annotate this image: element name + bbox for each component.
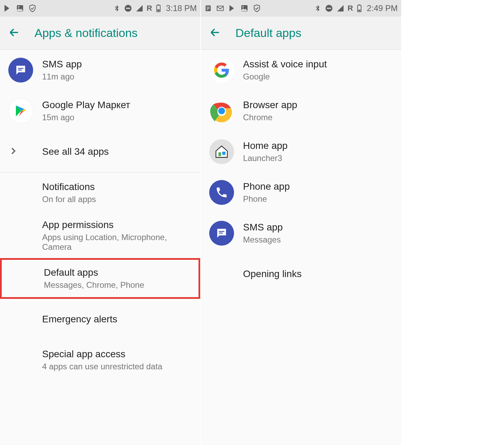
- gallery-icon: [16, 4, 24, 12]
- row-subtitle: 15m ago: [42, 113, 130, 122]
- row-title: SMS app: [42, 59, 82, 70]
- row-home-app[interactable]: Home app Launcher3: [201, 131, 401, 172]
- status-right-icons: R 2:49 PM: [314, 3, 398, 13]
- status-right-icons: R 3:18 PM: [113, 3, 197, 13]
- dnd-icon: [325, 4, 333, 12]
- row-title: Notifications: [42, 181, 96, 192]
- back-arrow-icon[interactable]: [209, 27, 221, 40]
- svg-rect-25: [222, 152, 225, 155]
- app-bar: Default apps: [201, 17, 401, 50]
- settings-list: SMS app 11m ago Google Play Маркет 15m a…: [0, 50, 200, 380]
- svg-rect-17: [327, 8, 331, 9]
- svg-point-23: [218, 107, 225, 114]
- svg-rect-10: [206, 7, 210, 7]
- row-title: Assist & voice input: [243, 59, 327, 70]
- row-default-apps[interactable]: Default apps Messages, Chrome, Phone: [0, 258, 200, 299]
- play-store-icon: [229, 4, 236, 12]
- gmail-icon: [216, 4, 224, 12]
- row-sms-app[interactable]: SMS app 11m ago: [0, 50, 200, 91]
- status-left-icons: [3, 4, 37, 12]
- row-notifications[interactable]: Notifications On for all apps: [0, 172, 200, 213]
- row-title: Home app: [243, 140, 288, 151]
- play-store-app-icon: [8, 98, 33, 123]
- row-title: Emergency alerts: [42, 314, 117, 325]
- row-play-store[interactable]: Google Play Маркет 15m ago: [0, 91, 200, 131]
- row-title: Phone app: [243, 181, 290, 192]
- status-bar: R 2:49 PM: [201, 0, 401, 17]
- row-subtitle: On for all apps: [42, 195, 96, 204]
- row-subtitle: Chrome: [243, 113, 297, 122]
- svg-point-1: [18, 6, 19, 8]
- row-title: SMS app: [243, 222, 283, 233]
- row-browser-app[interactable]: Browser app Chrome: [201, 91, 401, 131]
- row-title: Default apps: [44, 267, 144, 278]
- row-app-permissions[interactable]: App permissions Apps using Location, Mic…: [0, 213, 200, 258]
- row-title: Special app access: [42, 349, 162, 360]
- status-left-icons: [204, 4, 261, 12]
- row-special-app-access[interactable]: Special app access 4 apps can use unrest…: [0, 340, 200, 380]
- google-g-icon: [209, 58, 234, 83]
- chevron-right-icon: [8, 146, 18, 157]
- gallery-icon: [240, 4, 249, 12]
- default-apps-list: Assist & voice input Google Browser app …: [201, 50, 401, 294]
- row-subtitle: Google: [243, 72, 327, 82]
- phone-right: R 2:49 PM Default apps Assist & voice in…: [201, 0, 402, 445]
- svg-rect-24: [219, 152, 221, 156]
- status-bar: R 3:18 PM: [0, 0, 200, 17]
- messages-app-icon: [8, 58, 33, 83]
- row-opening-links[interactable]: Opening links: [201, 254, 401, 294]
- chrome-app-icon: [209, 98, 234, 123]
- svg-point-15: [242, 6, 244, 8]
- doc-icon: [204, 4, 212, 12]
- svg-rect-6: [157, 9, 159, 11]
- row-title: App permissions: [42, 219, 192, 230]
- svg-rect-13: [217, 6, 223, 11]
- svg-rect-8: [18, 69, 22, 70]
- row-title: Opening links: [243, 268, 302, 280]
- svg-rect-3: [126, 8, 130, 9]
- svg-rect-20: [358, 10, 360, 11]
- row-subtitle: Phone: [243, 194, 290, 204]
- svg-rect-12: [206, 9, 209, 10]
- dnd-icon: [124, 4, 132, 12]
- row-subtitle: 11m ago: [42, 72, 82, 82]
- row-see-all-apps[interactable]: See all 34 apps: [0, 131, 200, 172]
- shield-check-icon: [28, 4, 37, 12]
- bluetooth-icon: [314, 4, 321, 12]
- network-type-label: R: [147, 4, 152, 13]
- row-sms-app[interactable]: SMS app Messages: [201, 213, 401, 254]
- shield-check-icon: [253, 4, 261, 12]
- signal-icon: [337, 4, 344, 12]
- svg-rect-5: [158, 4, 159, 5]
- page-title: Default apps: [235, 26, 301, 40]
- network-type-label: R: [348, 4, 353, 13]
- row-subtitle: Messages: [243, 235, 283, 245]
- clock-label: 3:18 PM: [166, 3, 197, 13]
- row-title: Google Play Маркет: [42, 100, 130, 111]
- row-phone-app[interactable]: Phone app Phone: [201, 172, 401, 213]
- messages-app-icon: [209, 221, 234, 246]
- battery-icon: [156, 4, 161, 12]
- row-title: See all 34 apps: [42, 146, 109, 157]
- phone-app-icon: [209, 180, 234, 205]
- back-arrow-icon[interactable]: [8, 27, 20, 40]
- row-subtitle: Apps using Location, Microphone, Camera: [42, 233, 192, 252]
- svg-rect-26: [219, 231, 224, 232]
- row-subtitle: Launcher3: [243, 153, 288, 163]
- svg-rect-27: [219, 233, 223, 234]
- bluetooth-icon: [113, 4, 120, 12]
- clock-label: 2:49 PM: [367, 3, 398, 13]
- phone-left: R 3:18 PM Apps & notifications SMS app 1…: [0, 0, 201, 445]
- signal-icon: [136, 4, 143, 12]
- svg-rect-7: [18, 68, 23, 69]
- row-emergency-alerts[interactable]: Emergency alerts: [0, 299, 200, 340]
- row-subtitle: 4 apps can use unrestricted data: [42, 362, 162, 371]
- row-assist-voice[interactable]: Assist & voice input Google: [201, 50, 401, 91]
- app-bar: Apps & notifications: [0, 17, 200, 50]
- battery-icon: [357, 4, 362, 12]
- row-title: Browser app: [243, 100, 297, 111]
- launcher-home-icon: [209, 139, 234, 164]
- svg-rect-19: [359, 4, 360, 5]
- svg-rect-11: [206, 8, 210, 9]
- row-subtitle: Messages, Chrome, Phone: [44, 280, 144, 290]
